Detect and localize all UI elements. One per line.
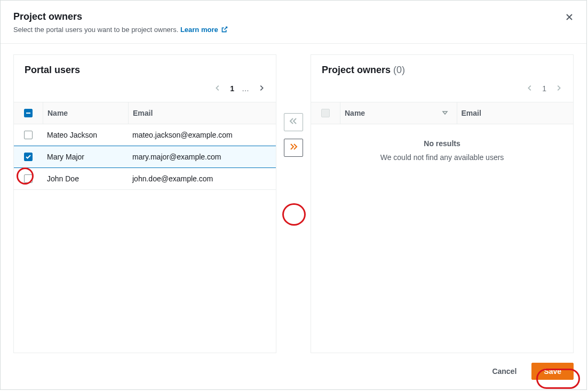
owners-table-head: Name Email [311,102,573,124]
row-checkbox[interactable] [24,153,33,161]
portal-users-panel: Portal users 1 … [13,54,276,353]
select-all-checkbox [321,109,330,117]
transfer-controls [276,54,311,157]
row-name: Mary Major [43,146,128,167]
row-email: mary.major@example.com [128,146,276,167]
dialog-title: Project owners [13,11,574,22]
column-email-header[interactable]: Email [128,102,276,124]
select-all-cell [311,102,340,124]
chevron-left-icon [214,84,221,93]
learn-more-label: Learn more [180,26,218,34]
page-number[interactable]: 1 [230,84,234,93]
project-owners-pagination: 1 [311,79,573,102]
row-email: john.doe@example.com [128,168,276,189]
select-all-checkbox[interactable] [24,109,33,117]
chevron-right-icon [555,84,562,93]
page-number: 1 [542,84,546,93]
page-prev-button[interactable] [525,83,535,94]
svg-rect-0 [26,113,30,114]
dialog-header: Project owners Select the portal users y… [1,1,586,44]
table-row[interactable]: Mateo Jackson mateo.jackson@example.com [14,124,276,146]
chevron-left-icon [526,84,534,93]
row-name: John Doe [43,168,128,189]
project-owners-title: Project owners (0) [322,65,562,76]
save-button[interactable]: Save [531,363,574,380]
dialog-subtitle: Select the portal users you want to be p… [13,26,574,35]
double-chevron-right-icon [289,142,298,153]
close-icon [565,13,574,23]
page-next-button[interactable] [257,83,266,94]
owners-empty-state: No results We could not find any availab… [311,124,573,177]
double-chevron-left-icon [289,117,298,127]
portal-users-title: Portal users [25,65,265,76]
project-owners-panel: Project owners (0) 1 [311,54,574,353]
page-ellipsis: … [242,84,249,93]
external-link-icon [221,26,228,35]
empty-message: We could not find any available users [322,153,562,162]
project-owners-header: Project owners (0) [311,55,573,79]
chevron-right-icon [258,84,265,93]
subtitle-text: Select the portal users you want to be p… [13,26,180,34]
dialog-body: Portal users 1 … [1,44,586,353]
page-prev-button[interactable] [213,83,223,94]
row-checkbox[interactable] [24,131,33,139]
sort-icon [442,109,452,117]
select-all-cell [14,102,43,124]
portal-users-table-head: Name Email [14,102,276,124]
portal-users-pagination: 1 … [14,79,276,102]
portal-users-table-body: Mateo Jackson mateo.jackson@example.com … [14,124,276,190]
row-email: mateo.jackson@example.com [128,124,276,146]
column-name-label: Name [345,109,365,117]
project-owners-dialog: Project owners Select the portal users y… [0,0,587,390]
empty-title: No results [322,139,562,148]
table-row[interactable]: Mary Major mary.major@example.com [14,146,276,168]
owners-count: (0) [393,65,405,75]
column-email-header[interactable]: Email [457,102,574,124]
learn-more-link[interactable]: Learn more [180,26,228,34]
table-row[interactable]: John Doe john.doe@example.com [14,168,276,190]
page-next-button[interactable] [554,83,563,94]
close-button[interactable] [562,10,577,25]
column-name-header[interactable]: Name [340,102,457,124]
row-checkbox[interactable] [24,174,33,183]
portal-users-header: Portal users [14,55,276,79]
dialog-footer: Cancel Save [1,353,586,389]
row-name: Mateo Jackson [43,124,128,146]
move-left-button[interactable] [284,113,303,131]
title-text: Project owners [322,65,391,75]
move-right-button[interactable] [284,139,303,157]
column-name-header[interactable]: Name [43,102,128,124]
cancel-button[interactable]: Cancel [481,363,527,380]
